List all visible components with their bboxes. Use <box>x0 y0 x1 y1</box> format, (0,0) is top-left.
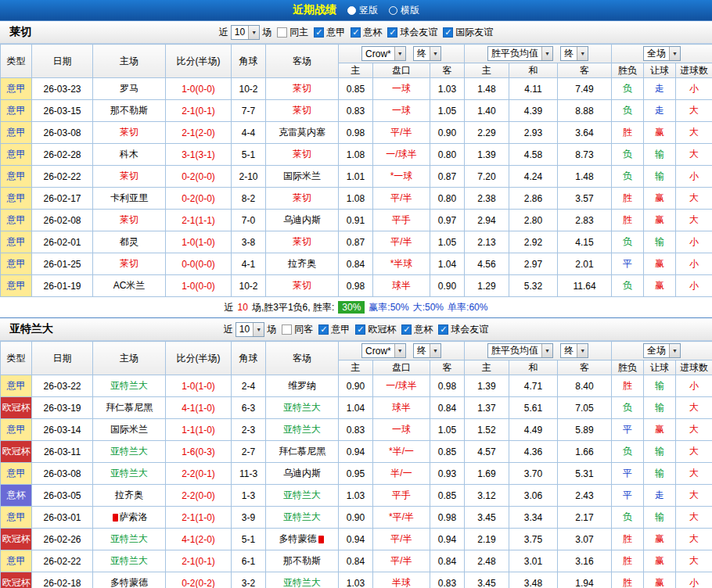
radio-icon[interactable] <box>389 6 397 15</box>
match-row: 意甲26-01-25莱切0-0(0-0)4-1拉齐奥0.84*半球1.044.5… <box>1 253 712 275</box>
summary-mid: 场,胜3平1负6, 胜率: <box>252 301 334 314</box>
result-let-cell: 赢 <box>644 275 676 297</box>
result-let-cell: 输 <box>644 144 676 166</box>
filter-checkbox-4[interactable]: 国际友谊 <box>443 26 493 39</box>
result-let-cell: 赢 <box>644 210 676 231</box>
avg-away-cell: 2.01 <box>558 253 612 275</box>
odds-away-cell: 1.05 <box>430 100 465 122</box>
avg-time-select[interactable]: 终▼ <box>560 46 588 61</box>
layout-option-vertical[interactable]: 竖版 <box>347 4 378 17</box>
result-goals-cell: 小 <box>676 166 712 188</box>
date-cell: 26-03-01 <box>32 507 93 529</box>
result-wdl-cell: 胜 <box>612 375 644 397</box>
league-cell: 意甲 <box>1 375 32 397</box>
team-name: 莱切 <box>120 127 138 138</box>
league-cell: 意甲 <box>1 275 32 297</box>
league-cell: 欧冠杯 <box>1 529 32 550</box>
checkbox-icon[interactable] <box>355 324 365 335</box>
match-count-select[interactable]: 10▼ <box>236 322 264 337</box>
avg-away-cell: 11.64 <box>558 275 612 297</box>
filter-checkbox-1[interactable]: 意甲 <box>314 26 345 39</box>
avg-away-cell: 7.05 <box>558 397 612 419</box>
avg-away-cell: 2.17 <box>558 507 612 529</box>
filter-checkbox-1[interactable]: 意甲 <box>318 323 350 336</box>
filter-checkbox-2[interactable]: 意杯 <box>351 26 382 39</box>
team-name: 莱切 <box>120 258 138 269</box>
avg-home-cell: 1.40 <box>465 100 509 122</box>
checkbox-icon[interactable] <box>443 27 453 38</box>
away-team-cell: 多特蒙德 <box>266 529 339 550</box>
odds-away-cell: 0.85 <box>430 441 465 463</box>
filter-checkbox-4[interactable]: 球会友谊 <box>438 323 488 336</box>
date-cell: 26-03-08 <box>32 122 93 144</box>
odds-time-select[interactable]: 终▼ <box>413 46 441 61</box>
col-odds-home: 主 <box>339 360 373 375</box>
col-date: 日期 <box>32 45 93 78</box>
odds-time-select[interactable]: 终▼ <box>413 343 441 358</box>
checkbox-icon[interactable] <box>351 27 361 38</box>
scope-select[interactable]: 全场▼ <box>643 46 681 61</box>
odds-home-cell: 0.83 <box>339 100 373 122</box>
result-goals-cell: 大 <box>676 485 712 507</box>
col-odds-home: 主 <box>339 63 373 78</box>
layout-option-horizontal[interactable]: 横版 <box>389 4 419 17</box>
avg-odds-select[interactable]: 胜平负均值▼ <box>487 343 553 358</box>
avg-odds-select[interactable]: 胜平负均值▼ <box>487 46 553 61</box>
filter-checkbox-2[interactable]: 欧冠杯 <box>355 323 396 336</box>
league-cell: 意甲 <box>1 188 32 210</box>
away-team-cell: 莱切 <box>266 78 339 100</box>
filter-checkbox-0[interactable]: 同客 <box>282 323 313 336</box>
away-team-cell: 国际米兰 <box>266 166 339 188</box>
date-cell: 26-03-08 <box>32 463 93 485</box>
match-count-select[interactable]: 10▼ <box>231 25 260 40</box>
odds-away-cell: 0.97 <box>430 210 465 231</box>
home-team-cell: 都灵 <box>93 231 166 253</box>
team-name: 亚特兰大 <box>110 555 148 566</box>
filter-checkbox-3[interactable]: 意杯 <box>401 323 433 336</box>
team-name: 亚特兰大 <box>283 511 321 522</box>
avg-home-cell: 2.13 <box>465 231 509 253</box>
odds-home-cell: 0.94 <box>339 529 373 550</box>
away-team-cell: 莱切 <box>266 144 339 166</box>
avg-draw-cell: 2.80 <box>509 210 558 231</box>
avg-time-select[interactable]: 终▼ <box>560 343 588 358</box>
checkbox-icon[interactable] <box>282 324 292 335</box>
team-section-0: 莱切 近 10▼ 场 同主 意甲 意杯 球会友谊 国际友谊 类型 日期 主场 <box>0 20 712 317</box>
section-header-bar: 莱切 近 10▼ 场 同主 意甲 意杯 球会友谊 国际友谊 <box>0 20 712 44</box>
team-name: 维罗纳 <box>288 380 316 391</box>
corner-cell: 2-3 <box>232 419 266 441</box>
odds-away-cell: 1.04 <box>430 253 465 275</box>
result-let-cell: 赢 <box>644 419 676 441</box>
handicap-cell: 一/球半 <box>373 375 430 397</box>
checkbox-icon[interactable] <box>401 324 412 335</box>
odds-home-cell: 0.98 <box>339 122 373 144</box>
avg-away-cell: 3.07 <box>558 529 612 550</box>
date-cell: 26-01-19 <box>32 275 93 297</box>
checkbox-icon[interactable] <box>314 27 324 38</box>
odds-company-select[interactable]: Crow*▼ <box>361 343 406 358</box>
checkbox-icon[interactable] <box>277 27 287 38</box>
result-goals-cell: 大 <box>676 144 712 166</box>
team-name: 亚特兰大 <box>110 468 148 479</box>
filter-checkbox-3[interactable]: 球会友谊 <box>387 26 437 39</box>
near-label: 近 <box>224 323 233 336</box>
filter-checkbox-0[interactable]: 同主 <box>277 26 308 39</box>
result-goals-cell: 大 <box>676 441 712 463</box>
col-date: 日期 <box>32 342 93 375</box>
checkbox-icon[interactable] <box>318 324 329 335</box>
checkbox-icon[interactable] <box>438 324 448 335</box>
odds-company-select[interactable]: Crow*▼ <box>361 46 406 61</box>
scope-select[interactable]: 全场▼ <box>643 343 681 358</box>
team-name: 拉齐奥 <box>115 489 143 500</box>
corner-cell: 5-1 <box>232 144 266 166</box>
radio-icon[interactable] <box>347 6 356 15</box>
score-cell: 1-0(1-0) <box>166 231 232 253</box>
handicap-cell: *半/一 <box>373 441 430 463</box>
match-row: 意杯26-03-05拉齐奥2-2(0-0)1-3亚特兰大1.03平手0.853.… <box>1 485 712 507</box>
checkbox-icon[interactable] <box>387 27 397 38</box>
corner-cell: 7-7 <box>232 100 266 122</box>
avg-home-cell: 2.94 <box>465 210 509 231</box>
result-goals-cell: 大 <box>676 122 712 144</box>
team-name: 国际米兰 <box>110 424 148 435</box>
handicap-cell: 球半 <box>373 275 430 297</box>
